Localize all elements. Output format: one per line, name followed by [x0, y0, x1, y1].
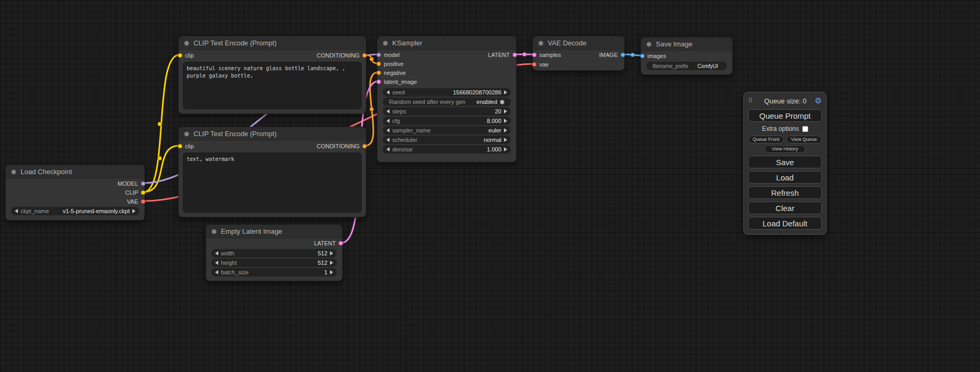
latent-output-dot[interactable] — [512, 52, 517, 57]
arrow-right-icon[interactable] — [504, 138, 507, 142]
queue-panel: ⠿ Queue size: 0 ⚙ Queue Prompt Extra opt… — [743, 92, 827, 235]
clip-input-dot[interactable] — [178, 53, 182, 58]
conditioning-output-dot[interactable] — [362, 144, 367, 149]
image-output-dot[interactable] — [620, 53, 625, 58]
load-default-button[interactable]: Load Default — [748, 217, 822, 230]
arrow-left-icon[interactable] — [386, 90, 390, 94]
wire-midpoint-dot[interactable] — [522, 52, 527, 56]
model-input-dot[interactable] — [376, 52, 381, 57]
node-clip-text-encode-negative[interactable]: CLIP Text Encode (Prompt) clip CONDITION… — [178, 127, 366, 217]
collapse-dot-icon[interactable] — [538, 41, 544, 46]
node-title-bar[interactable]: Empty Latent Image — [206, 225, 342, 239]
wire-midpoint-dot[interactable] — [370, 57, 374, 61]
wire-clip-to-negative-prompt[interactable] — [143, 146, 179, 192]
node-title: CLIP Text Encode (Prompt) — [193, 39, 277, 47]
sampler-name-widget[interactable]: sampler_name euler — [383, 126, 511, 135]
node-title: KSampler — [392, 39, 422, 47]
arrow-left-icon[interactable] — [215, 270, 218, 274]
negative-prompt-textarea[interactable]: text, watermark — [183, 152, 362, 213]
collapse-dot-icon[interactable] — [646, 42, 652, 47]
arrow-right-icon[interactable] — [504, 147, 507, 151]
queue-front-button[interactable]: Queue Front — [748, 136, 784, 144]
vae-input-dot[interactable] — [532, 62, 537, 67]
save-button[interactable]: Save — [748, 156, 822, 168]
node-clip-text-encode-positive[interactable]: CLIP Text Encode (Prompt) clip CONDITION… — [178, 36, 366, 114]
refresh-button[interactable]: Refresh — [748, 186, 822, 199]
node-title-bar[interactable]: KSampler — [377, 36, 516, 50]
collapse-dot-icon[interactable] — [184, 41, 189, 46]
positive-prompt-textarea[interactable]: beautiful scenery nature glass bottle la… — [183, 62, 362, 109]
node-title-bar[interactable]: Load Checkpoint — [6, 165, 144, 179]
vae-output-dot[interactable] — [141, 199, 145, 204]
arrow-right-icon[interactable] — [504, 109, 507, 113]
arrow-left-icon[interactable] — [15, 209, 18, 213]
height-widget[interactable]: height 512 — [211, 259, 337, 267]
arrow-left-icon[interactable] — [386, 128, 390, 132]
cfg-widget[interactable]: cfg 8.000 — [383, 117, 511, 125]
node-title-bar[interactable]: VAE Decode — [533, 36, 624, 50]
output-slot-vae: VAE — [6, 197, 144, 206]
settings-gear-icon[interactable]: ⚙ — [815, 96, 822, 106]
load-button[interactable]: Load — [748, 171, 822, 184]
collapse-dot-icon[interactable] — [184, 131, 189, 137]
wire-midpoint-dot[interactable] — [158, 122, 162, 126]
batch-size-widget[interactable]: batch_size 1 — [211, 268, 337, 276]
view-queue-button[interactable]: View Queue — [786, 136, 822, 144]
conditioning-output-dot[interactable] — [362, 53, 367, 58]
scheduler-widget[interactable]: scheduler normal — [383, 136, 511, 144]
node-empty-latent-image[interactable]: Empty Latent Image LATENT width 512 heig… — [206, 224, 343, 281]
node-load-checkpoint[interactable]: Load Checkpoint MODEL CLIP VAE ckpt_name… — [5, 165, 145, 221]
node-ksampler[interactable]: KSampler model LATENT positive negative … — [377, 36, 517, 163]
collapse-dot-icon[interactable] — [383, 41, 388, 46]
arrow-left-icon[interactable] — [386, 109, 390, 113]
width-widget[interactable]: width 512 — [211, 249, 337, 257]
arrow-right-icon[interactable] — [504, 90, 507, 94]
samples-input-dot[interactable] — [532, 53, 537, 58]
steps-widget[interactable]: steps 20 — [383, 107, 511, 116]
slot-label: CLIP — [125, 189, 138, 196]
arrow-left-icon[interactable] — [386, 138, 390, 142]
positive-input-dot[interactable] — [376, 61, 381, 66]
wire-midpoint-dot[interactable] — [630, 53, 635, 57]
drag-handle-icon[interactable]: ⠿ — [748, 97, 753, 104]
wire-midpoint-dot[interactable] — [158, 156, 162, 160]
node-vae-decode[interactable]: VAE Decode samples IMAGE vae — [532, 36, 625, 71]
arrow-right-icon[interactable] — [504, 119, 507, 123]
arrow-left-icon[interactable] — [386, 119, 390, 123]
queue-prompt-button[interactable]: Queue Prompt — [748, 109, 822, 122]
negative-input-dot[interactable] — [376, 70, 381, 75]
extra-options-checkbox[interactable] — [802, 126, 808, 132]
arrow-left-icon[interactable] — [386, 147, 390, 151]
denoise-widget[interactable]: denoise 1.000 — [383, 145, 511, 154]
ckpt-name-widget[interactable]: ckpt_name v1-5-pruned-emaonly.ckpt — [11, 207, 139, 215]
arrow-right-icon[interactable] — [132, 209, 135, 213]
seed-widget[interactable]: seed 156680208700286 — [383, 88, 511, 97]
arrow-left-icon[interactable] — [215, 261, 218, 265]
latent-output-dot[interactable] — [338, 241, 343, 246]
latent-image-input-dot[interactable] — [376, 79, 381, 84]
view-history-button[interactable]: View History — [764, 145, 806, 153]
control-after-generate-widget[interactable]: Random seed after every gen enabled — [383, 98, 511, 106]
node-title-bar[interactable]: Save Image — [641, 37, 732, 51]
wire-midpoint-dot[interactable] — [370, 107, 374, 111]
arrow-left-icon[interactable] — [215, 251, 218, 255]
clip-output-dot[interactable] — [141, 190, 145, 195]
node-title-bar[interactable]: CLIP Text Encode (Prompt) — [179, 127, 366, 141]
arrow-right-icon[interactable] — [330, 251, 333, 255]
clear-button[interactable]: Clear — [748, 202, 822, 214]
node-title-bar[interactable]: CLIP Text Encode (Prompt) — [179, 36, 366, 50]
node-save-image[interactable]: Save Image images filename_prefix ComfyU… — [641, 37, 733, 75]
slot-row: clip CONDITIONING — [179, 141, 366, 151]
collapse-dot-icon[interactable] — [211, 229, 217, 234]
images-input-dot[interactable] — [640, 54, 645, 59]
widget-value: 156680208700286 — [453, 89, 501, 96]
arrow-right-icon[interactable] — [330, 270, 333, 274]
arrow-right-icon[interactable] — [330, 261, 333, 265]
extra-options-label: Extra options — [762, 125, 799, 132]
model-output-dot[interactable] — [141, 181, 145, 186]
collapse-dot-icon[interactable] — [11, 169, 16, 175]
toggle-dot-icon[interactable] — [500, 100, 504, 104]
arrow-right-icon[interactable] — [504, 128, 507, 132]
filename-prefix-widget[interactable]: filename_prefix ComfyUI — [646, 62, 727, 70]
clip-input-dot[interactable] — [178, 144, 182, 149]
